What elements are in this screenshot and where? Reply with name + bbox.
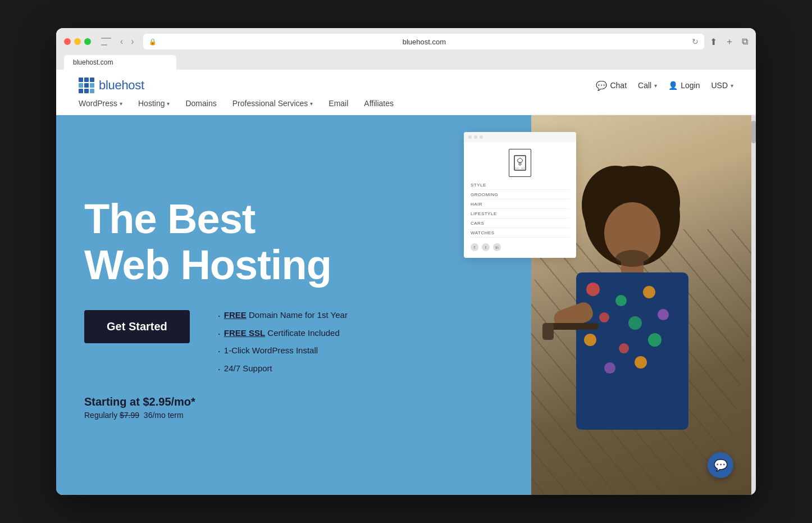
- svg-text:EST.: EST.: [515, 167, 519, 170]
- cta-area: Get Started FREE Domain Name for 1st Yea…: [84, 310, 421, 375]
- feature-item-2: FREE SSL Certificate Included: [218, 328, 348, 340]
- logo-area[interactable]: bluehost: [79, 78, 144, 93]
- reload-button[interactable]: ↻: [692, 37, 699, 46]
- mock-social-links: f t in: [471, 243, 569, 251]
- website-content: bluehost 💬 Chat Call ▾ 👤 Login: [56, 70, 756, 495]
- mock-facebook-icon: f: [471, 243, 478, 251]
- nav-item-wordpress[interactable]: WordPress ▾: [79, 99, 122, 108]
- login-label: Login: [681, 81, 700, 90]
- close-button[interactable]: [64, 38, 71, 45]
- svg-point-24: [615, 250, 649, 267]
- svg-rect-23: [542, 323, 554, 340]
- feature-support-text: 24/7 Support: [224, 363, 272, 373]
- traffic-lights: [64, 38, 91, 45]
- mock-nav-cars: CARS: [471, 221, 569, 228]
- minimize-button[interactable]: [74, 38, 81, 45]
- feature-item-3: 1-Click WordPress Install: [218, 345, 348, 358]
- pricing-area: Starting at $2.95/mo* Regularly $7.99 36…: [84, 395, 421, 420]
- browser-chrome: ‹ › 🔒 bluehost.com ↻ ⬆ ＋ ⧉ bluehost.com: [56, 28, 756, 70]
- chat-bubble-icon: 💬: [714, 458, 728, 472]
- currency-label: USD: [711, 81, 728, 90]
- site-nav: WordPress ▾ Hosting ▾ Domains Profession…: [79, 99, 733, 115]
- maximize-button[interactable]: [84, 38, 91, 45]
- svg-point-10: [586, 283, 600, 296]
- mock-nav-hair: HAIR: [471, 202, 569, 209]
- original-price: $7.99: [120, 411, 139, 420]
- chat-button[interactable]: 💬 Chat: [596, 80, 627, 91]
- mock-dot-1: [468, 135, 472, 139]
- hero-section: The Best Web Hosting Get Started FREE Do…: [56, 115, 756, 495]
- browser-actions: ⬆ ＋ ⧉: [710, 36, 748, 48]
- url-text: bluehost.com: [160, 38, 688, 46]
- tabs-icon[interactable]: ⧉: [742, 37, 748, 47]
- call-dropdown-icon: ▾: [654, 83, 657, 89]
- svg-point-18: [648, 333, 662, 347]
- call-button[interactable]: Call ▾: [638, 81, 657, 90]
- mock-browser-bar: [464, 132, 576, 142]
- features-list: FREE Domain Name for 1st Year FREE SSL C…: [218, 310, 348, 375]
- svg-rect-22: [548, 323, 599, 330]
- scrollbar[interactable]: [751, 115, 756, 495]
- logo-grid-icon: [79, 78, 94, 93]
- svg-point-14: [628, 316, 642, 330]
- mock-logo-area: EST. 2004: [471, 149, 569, 177]
- mock-twitter-icon: t: [482, 243, 490, 251]
- nav-item-domains[interactable]: Domains: [185, 99, 216, 108]
- hero-left: The Best Web Hosting Get Started FREE Do…: [56, 115, 449, 495]
- chat-bubble-button[interactable]: 💬: [708, 452, 733, 478]
- new-tab-icon[interactable]: ＋: [725, 36, 734, 48]
- currency-button[interactable]: USD ▾: [711, 81, 733, 90]
- mock-crown-icon: EST. 2004: [509, 149, 531, 177]
- svg-point-16: [584, 334, 596, 346]
- mock-dot-3: [480, 135, 483, 139]
- mock-nav-lifestyle: LIFESTYLE: [471, 211, 569, 219]
- nav-email-label: Email: [329, 99, 348, 108]
- nav-item-email[interactable]: Email: [329, 99, 348, 108]
- address-bar[interactable]: 🔒 bluehost.com ↻: [143, 34, 704, 49]
- nav-professional-services-label: Professional Services: [232, 99, 308, 108]
- feature-free-domain-text: FREE Domain Name for 1st Year: [224, 310, 348, 320]
- call-label: Call: [638, 81, 651, 90]
- nav-item-affiliates[interactable]: Affiliates: [364, 99, 394, 108]
- nav-affiliates-label: Affiliates: [364, 99, 394, 108]
- active-tab[interactable]: bluehost.com: [64, 55, 176, 70]
- svg-point-11: [615, 295, 627, 306]
- mock-site-content: EST. 2004 STYLE GROOMING HAIR LIFESTYLE …: [464, 142, 576, 258]
- get-started-button[interactable]: Get Started: [84, 310, 190, 343]
- professional-services-dropdown-icon: ▾: [310, 101, 313, 107]
- feature-free-ssl-text: FREE SSL Certificate Included: [224, 328, 340, 338]
- mock-nav-watches: WATCHES: [471, 230, 569, 238]
- login-button[interactable]: 👤 Login: [668, 81, 700, 90]
- scrollbar-thumb[interactable]: [751, 121, 756, 143]
- logo-text: bluehost: [99, 78, 144, 93]
- chat-icon: 💬: [596, 80, 607, 91]
- mock-nav-grooming: GROOMING: [471, 192, 569, 199]
- browser-tabs: bluehost.com: [64, 55, 748, 70]
- nav-domains-label: Domains: [185, 99, 216, 108]
- mock-nav-items: STYLE GROOMING HAIR LIFESTYLE CARS WATCH…: [471, 183, 569, 238]
- currency-dropdown-icon: ▾: [731, 83, 733, 89]
- header-actions: 💬 Chat Call ▾ 👤 Login USD ▾: [596, 80, 733, 91]
- sidebar-toggle-button[interactable]: [101, 38, 111, 46]
- back-button[interactable]: ‹: [117, 35, 126, 48]
- tab-title: bluehost.com: [73, 58, 113, 66]
- price-sub: Regularly $7.99 36/mo term: [84, 411, 421, 420]
- nav-item-hosting[interactable]: Hosting ▾: [138, 99, 170, 108]
- feature-wordpress-text: 1-Click WordPress Install: [224, 345, 318, 355]
- mock-instagram-icon: in: [493, 243, 501, 251]
- nav-item-professional-services[interactable]: Professional Services ▾: [232, 99, 313, 108]
- hero-title: The Best Web Hosting: [84, 196, 421, 288]
- feature-item-4: 24/7 Support: [218, 363, 348, 376]
- svg-point-13: [599, 312, 609, 322]
- price-main: Starting at $2.95/mo*: [84, 395, 421, 408]
- svg-point-15: [658, 309, 669, 320]
- svg-point-12: [643, 286, 655, 298]
- svg-point-1: [519, 163, 521, 165]
- hero-title-line1: The Best: [84, 195, 256, 242]
- svg-point-17: [619, 343, 629, 353]
- user-icon: 👤: [668, 81, 678, 90]
- nav-wordpress-label: WordPress: [79, 99, 117, 108]
- forward-button[interactable]: ›: [127, 35, 137, 48]
- svg-point-19: [604, 362, 615, 374]
- share-icon[interactable]: ⬆: [710, 37, 717, 47]
